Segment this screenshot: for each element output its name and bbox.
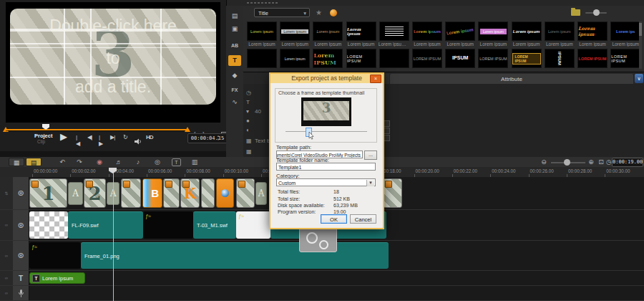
template-thumbnail[interactable]: Lorem ips — [610, 22, 640, 41]
align-grid-button[interactable] — [384, 120, 390, 127]
edit-option-row[interactable]: T — [246, 99, 272, 108]
clip-b[interactable]: B — [142, 178, 162, 208]
template-thumbnail[interactable]: LOREM IPSUM — [512, 49, 542, 68]
home-button[interactable]: |◀ — [76, 134, 79, 147]
scrubber-bar[interactable] — [6, 129, 189, 130]
sound-mixer-button[interactable]: ♬ — [112, 158, 125, 166]
library-scrollbar-thumb[interactable] — [639, 23, 642, 36]
track-options-column[interactable]: ∞ — [0, 210, 13, 240]
cancel-button[interactable]: Cancel — [350, 214, 376, 224]
clip-striped[interactable] — [236, 178, 255, 208]
track-options-column[interactable]: ∞ — [0, 286, 13, 300]
clip-a[interactable]: A — [68, 182, 83, 205]
browse-button[interactable]: ... — [364, 150, 377, 160]
clip-striped[interactable] — [201, 178, 215, 208]
volume-button-icon[interactable] — [135, 135, 142, 148]
clip-a[interactable]: A — [255, 182, 267, 205]
previous-frame-button[interactable]: ◀| — [87, 134, 92, 140]
undo-button[interactable]: ↶ — [56, 158, 69, 166]
template-thumbnail[interactable]: LOREM IPSUM — [610, 49, 640, 68]
folder-name-input[interactable]: Template1 — [276, 163, 376, 171]
trim-end-handle[interactable] — [185, 127, 190, 132]
align-grid-button[interactable] — [384, 135, 390, 141]
clip-checker[interactable] — [29, 211, 68, 239]
template-thumbnail[interactable]: Lorem IPSUM — [313, 49, 343, 68]
track-options-column[interactable]: ∞ — [0, 241, 13, 270]
template-thumbnail[interactable]: Lorem ipsum — [346, 22, 376, 41]
next-frame-button[interactable]: |▶ — [99, 134, 102, 147]
template-thumbnail[interactable]: Lorem ipsum — [412, 22, 442, 41]
clip-frame-01-png[interactable]: Frame_01.png — [81, 242, 389, 269]
template-thumbnail[interactable]: LOREM IPSUM — [478, 49, 508, 68]
hd-toggle[interactable]: HD — [146, 134, 153, 140]
gallery-dropdown[interactable]: Title ▾ — [254, 8, 310, 17]
clip-black[interactable]: ƒ≈ — [143, 211, 193, 239]
template-thumbnail[interactable]: LOREM IPSUM — [412, 49, 442, 68]
edit-option-row[interactable]: ▦Text b — [246, 138, 272, 146]
template-thumbnail[interactable] — [379, 49, 409, 68]
play-button[interactable]: ▶ — [60, 131, 67, 142]
template-thumbnail[interactable]: Lorem ipsum — [545, 22, 575, 41]
template-thumbnail[interactable]: IPSUM — [445, 49, 475, 68]
dialog-close-button[interactable]: × — [370, 75, 381, 83]
clip-2[interactable]: 2 — [84, 178, 106, 208]
project-duration-value[interactable]: 0:00:19.00 — [612, 158, 643, 167]
template-thumbnail[interactable]: Lorem ipsum — [445, 22, 475, 41]
template-thumbnail[interactable]: Lorem ipsum — [478, 22, 508, 41]
placeholder-title-line2[interactable]: to — [10, 49, 216, 68]
placeholder-title-line1[interactable]: Double-click here — [10, 16, 216, 36]
clip-white[interactable]: ƒ≈ — [236, 211, 270, 239]
zoom-out-icon[interactable]: ⊖ — [540, 158, 548, 166]
clip-orange-eye[interactable] — [216, 178, 234, 208]
track-options-column[interactable]: ⇅ — [0, 177, 13, 209]
edit-option-row[interactable]: ◷ — [246, 90, 272, 98]
track-options-column[interactable]: ∞ — [0, 271, 13, 285]
template-thumbnail[interactable]: Lorem ipsum — [280, 22, 310, 41]
nav-graphic-icon[interactable]: ◆ — [228, 70, 241, 81]
timecode-spinner[interactable]: ▲▼ — [217, 134, 220, 141]
clip-k[interactable]: K — [180, 178, 200, 208]
mode-project-label[interactable]: Project — [34, 133, 52, 139]
subtitle-editor-button[interactable]: T — [172, 158, 181, 166]
clip-t-03-m1-swf[interactable]: T-03_M1.swf — [193, 211, 236, 239]
zoom-in-icon[interactable]: ⊕ — [587, 158, 595, 166]
template-thumbnail[interactable]: Lorem ipsum — [280, 49, 310, 68]
edit-option-row[interactable]: ◐ — [246, 127, 272, 135]
template-thumbnail[interactable]: Lorem ipsum — [577, 22, 608, 41]
template-thumbnail[interactable]: IPSUM — [545, 49, 575, 68]
clip-fl-f09-swf[interactable]: FL-F09.swf — [68, 211, 143, 239]
nav-motion-path-icon[interactable]: ∿ — [228, 97, 241, 108]
clip-striped[interactable] — [383, 178, 402, 208]
track-type-icon[interactable] — [13, 286, 29, 300]
transition-drop-indicator[interactable] — [299, 228, 337, 252]
edit-option-row[interactable]: ● — [246, 118, 272, 126]
auto-music-button[interactable]: ♪ — [132, 158, 145, 166]
mode-clip-label[interactable]: Clip — [37, 139, 45, 144]
multi-trim-button[interactable]: ▥ — [188, 158, 201, 166]
frame-slider[interactable] — [286, 131, 367, 132]
import-folder-icon[interactable] — [571, 9, 580, 16]
nav-title-icon[interactable]: T — [228, 55, 241, 66]
panel-drag-handle[interactable] — [246, 1, 279, 4]
track-type-icon[interactable]: ⊛ — [13, 210, 29, 240]
clip-lorem-ipsum[interactable]: TLorem ipsum — [29, 272, 85, 284]
clip-striped[interactable] — [121, 178, 141, 208]
preview-video-area[interactable]: 3 Double-click here to add a title. — [6, 2, 220, 123]
template-thumbnail[interactable]: Lorem ipsum — [313, 22, 343, 41]
timeline-zoom-knob[interactable] — [564, 159, 570, 166]
auto-sphere-icon[interactable] — [330, 9, 337, 16]
track-type-icon[interactable]: ⊛ — [13, 241, 29, 270]
tab-attribute[interactable]: Attribute — [390, 74, 633, 85]
edit-option-row[interactable]: ▾40 — [246, 108, 272, 117]
favorites-star-icon[interactable]: ★ — [316, 9, 322, 16]
thumbnail-zoom-knob[interactable] — [593, 9, 600, 16]
clip-striped[interactable] — [163, 178, 180, 208]
preview-timecode[interactable]: 00:00:04.15 — [187, 133, 228, 143]
track-motion-button[interactable]: ◎ — [151, 158, 164, 166]
clip-1[interactable]: 1 — [29, 178, 67, 208]
template-thumbnail[interactable]: Lorem ipsum — [512, 22, 542, 41]
template-thumbnail[interactable] — [379, 22, 409, 41]
track-type-icon[interactable]: T — [13, 271, 29, 285]
nav-filter-icon[interactable]: FX — [228, 85, 241, 95]
nav-instant-project-icon[interactable]: ▣ — [228, 24, 241, 34]
